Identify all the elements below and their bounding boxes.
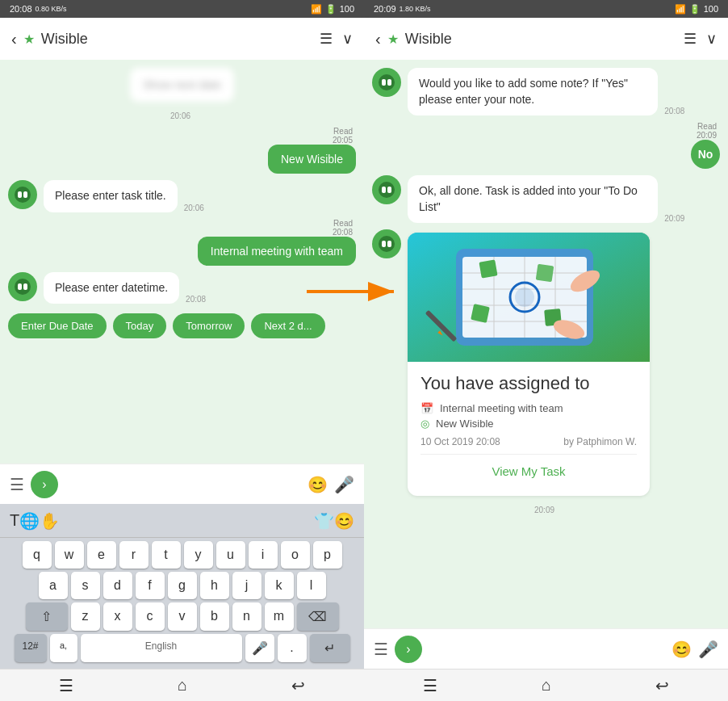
kb-text-icon[interactable]: T (10, 511, 19, 530)
key-q[interactable]: q (23, 541, 52, 569)
mic-icon-left[interactable]: 🎤 (334, 475, 354, 494)
data-speed-right: 1.80 KB/s (400, 5, 431, 13)
timestamp-r-final: 20:09 (372, 506, 717, 514)
key-c[interactable]: c (136, 602, 165, 631)
today-btn[interactable]: Today (113, 313, 167, 338)
key-j[interactable]: j (232, 572, 261, 599)
key-k[interactable]: k (265, 572, 294, 599)
key-f[interactable]: f (136, 572, 165, 599)
key-z[interactable]: z (71, 602, 100, 631)
key-a[interactable]: a (39, 572, 68, 599)
menu-icon-right[interactable]: ☰ (684, 30, 697, 48)
input-bar-left: ☰ › 😊 🎤 (0, 464, 364, 504)
svg-rect-15 (382, 241, 386, 247)
star-icon-right: ★ (387, 31, 399, 47)
svg-rect-2 (23, 191, 27, 198)
nav-bar-right: ‹ ★ Wisible ☰ ∨ (364, 18, 728, 60)
bot-avatar-r1 (372, 68, 401, 97)
key-i[interactable]: i (249, 541, 278, 569)
card-title: You have assigned to (420, 373, 637, 394)
back-home-right[interactable]: ↩ (655, 676, 669, 695)
key-r[interactable]: r (119, 541, 149, 569)
key-g[interactable]: g (168, 572, 197, 599)
back-home-left[interactable]: ↩ (291, 676, 305, 695)
key-w[interactable]: w (55, 541, 84, 569)
svg-point-14 (379, 236, 395, 252)
due-date-btn[interactable]: Enter Due Date (8, 313, 107, 338)
menu-icon-left[interactable]: ☰ (320, 30, 333, 48)
key-v[interactable]: v (168, 602, 197, 631)
send-button-left[interactable]: › (31, 471, 58, 498)
bot-time-1: 20:06 (184, 204, 204, 212)
key-enter[interactable]: ↵ (310, 634, 350, 662)
back-button-left[interactable]: ‹ (11, 30, 17, 48)
key-x[interactable]: x (103, 602, 132, 631)
mic-icon-right[interactable]: 🎤 (698, 640, 718, 659)
key-d[interactable]: d (103, 572, 132, 599)
key-period[interactable]: . (278, 634, 307, 662)
task-card-body: You have assigned to 📅 Internal meeting … (408, 362, 650, 496)
card-task-label: ◎ New Wisible (420, 418, 637, 430)
read-label-1: Read20:05 (333, 127, 353, 145)
key-del[interactable]: ⌫ (297, 602, 339, 631)
key-comma[interactable]: a, (50, 634, 77, 662)
menu-icon-input-left[interactable]: ☰ (10, 475, 24, 494)
signal-left: 📶 (311, 4, 322, 15)
key-e[interactable]: e (87, 541, 116, 569)
key-space[interactable]: New Wisible English (81, 634, 242, 662)
kb-emoji-icon[interactable]: 😊 (334, 511, 354, 531)
view-task-link[interactable]: View My Task (420, 458, 637, 485)
text-input-left[interactable] (65, 471, 301, 498)
key-u[interactable]: u (216, 541, 245, 569)
key-b[interactable]: b (200, 602, 229, 631)
emoji-icon-right[interactable]: 😊 (672, 640, 692, 659)
battery-right: 🔋 (689, 4, 701, 15)
back-button-right[interactable]: ‹ (375, 30, 381, 48)
next2d-btn[interactable]: Next 2 d... (251, 313, 324, 338)
bot-bubble-r1: Would you like to add some note? If "Yes… (408, 68, 658, 115)
key-t[interactable]: t (152, 541, 181, 569)
star-icon-left: ★ (23, 31, 35, 47)
key-p[interactable]: p (313, 541, 342, 569)
send-button-right[interactable]: › (395, 636, 422, 663)
left-phone: 20:08 0.80 KB/s 📶 🔋 100 ‹ ★ Wisible ☰ ∨ … (0, 0, 364, 701)
key-shift[interactable]: ⇧ (26, 602, 68, 631)
text-input-right[interactable] (429, 636, 665, 663)
svg-rect-16 (387, 241, 391, 247)
key-m[interactable]: m (265, 602, 294, 631)
task-card-image (408, 233, 650, 362)
dropdown-icon-right[interactable]: ∨ (706, 30, 717, 48)
home-bar-right: ☰ ⌂ ↩ (364, 669, 728, 701)
no-bubble: No (691, 140, 720, 169)
user-bubble-1: New Wisible (268, 145, 356, 174)
home-bar-left: ☰ ⌂ ↩ (0, 669, 364, 701)
key-l[interactable]: l (297, 572, 326, 599)
kb-hand-icon[interactable]: ✋ (40, 511, 60, 531)
dropdown-icon-left[interactable]: ∨ (342, 30, 353, 48)
key-y[interactable]: y (184, 541, 213, 569)
menu-icon-input-right[interactable]: ☰ (374, 640, 388, 659)
menu-home-left[interactable]: ☰ (59, 676, 73, 695)
tomorrow-btn[interactable]: Tomorrow (173, 313, 245, 338)
calendar-icon: 📅 (420, 402, 433, 414)
menu-home-right[interactable]: ☰ (423, 676, 437, 695)
home-btn-right[interactable]: ⌂ (542, 676, 551, 695)
emoji-icon-left[interactable]: 😊 (308, 475, 328, 494)
key-o[interactable]: o (281, 541, 310, 569)
home-btn-left[interactable]: ⌂ (178, 676, 187, 695)
kb-shirt-icon[interactable]: 👕 (314, 511, 334, 531)
key-n[interactable]: n (232, 602, 261, 631)
card-divider (420, 454, 637, 455)
keyboard-toolbar-left: T 🌐 ✋ 👕 😊 (0, 504, 364, 538)
signal-right: 📶 (675, 4, 686, 15)
date-buttons: Enter Due Date Today Tomorrow Next 2 d..… (8, 310, 356, 342)
bot-message-r2: Ok, all done. Task is added into your "T… (372, 175, 720, 223)
bot-time-2: 20:08 (186, 295, 206, 304)
input-bar-right: ☰ › 😊 🎤 (364, 628, 728, 669)
key-num[interactable]: 12# (15, 634, 47, 662)
key-mic2[interactable]: 🎤 (245, 634, 274, 662)
kb-globe-icon[interactable]: 🌐 (19, 511, 40, 531)
key-s[interactable]: s (71, 572, 100, 599)
right-phone: 20:09 1.80 KB/s 📶 🔋 100 ‹ ★ Wisible ☰ ∨ (364, 0, 728, 701)
key-h[interactable]: h (200, 572, 229, 599)
